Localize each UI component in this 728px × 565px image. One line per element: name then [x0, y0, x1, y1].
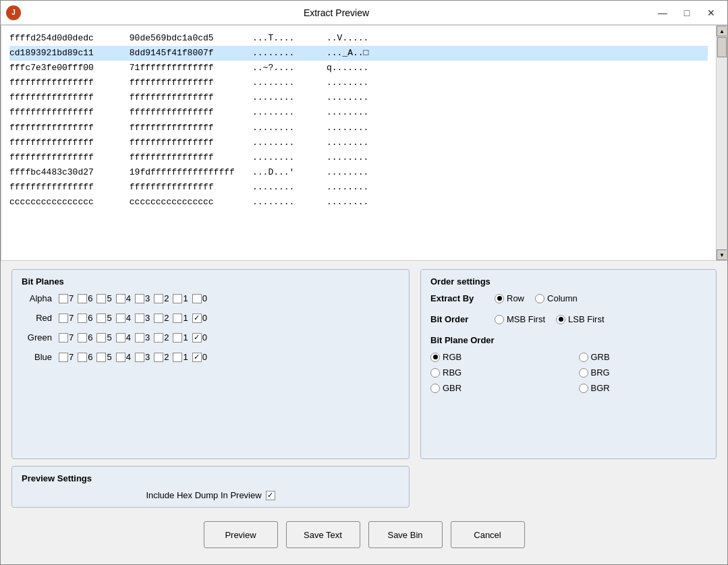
bpo-grb-option[interactable]: GRB [579, 352, 707, 362]
bit-checkbox[interactable] [116, 294, 125, 303]
bit-checkbox[interactable] [135, 294, 144, 303]
include-hex-dump-item[interactable]: Include Hex Dump In Preview [146, 490, 275, 500]
bpo-rgb-label: RGB [443, 352, 461, 362]
bpo-rbg-option[interactable]: RBG [430, 367, 559, 378]
bit-checkbox[interactable] [154, 333, 163, 343]
bpo-gbr-radio[interactable] [430, 384, 440, 393]
bit-checkbox[interactable] [135, 314, 144, 323]
include-hex-dump-checkbox[interactable] [266, 491, 275, 500]
msb-first-option[interactable]: MSB First [495, 314, 545, 324]
bit-checkbox[interactable] [116, 314, 125, 323]
bit-checkbox[interactable] [154, 314, 163, 323]
bit-checkbox[interactable] [192, 353, 202, 362]
title-bar: J Extract Preview — □ ✕ [1, 1, 727, 25]
bit-checkbox[interactable] [78, 294, 87, 303]
bit-checkbox[interactable] [135, 353, 144, 362]
bit-checkbox[interactable] [192, 314, 202, 323]
bit-number: 1 [183, 352, 188, 362]
extract-by-row-radio[interactable] [495, 294, 504, 303]
bpo-grb-radio[interactable] [579, 353, 588, 362]
preview-settings-title: Preview Settings [22, 473, 399, 483]
bit-checkbox[interactable] [173, 333, 182, 343]
scrollbar[interactable]: ▲ ▼ [716, 26, 727, 260]
bit-checkbox[interactable] [135, 333, 144, 343]
bit-checkbox[interactable] [96, 314, 106, 323]
bit-item: 2 [154, 313, 169, 323]
bit-number: 6 [88, 293, 92, 303]
bpo-rgb-radio[interactable] [430, 353, 440, 362]
extract-by-row-label: Row [507, 293, 524, 303]
bit-number: 0 [202, 352, 207, 362]
maximize-button[interactable]: □ [676, 4, 698, 22]
bit-number: 6 [88, 332, 92, 343]
bit-checkbox[interactable] [59, 353, 68, 362]
scrollbar-track[interactable] [717, 36, 727, 249]
bpo-bgr-label: BGR [591, 383, 610, 393]
bit-planes-panel: Bit Planes Alpha76543210Red76543210Green… [11, 269, 410, 459]
bit-number: 7 [69, 332, 74, 343]
bit-number: 2 [164, 352, 169, 362]
bit-item: 4 [116, 332, 131, 343]
bit-checkbox[interactable] [59, 314, 68, 323]
bit-checkbox[interactable] [96, 353, 106, 362]
bit-checkbox[interactable] [78, 314, 87, 323]
bit-checkbox[interactable] [154, 353, 163, 362]
order-settings-title: Order settings [430, 276, 706, 287]
bpo-brg-radio[interactable] [579, 368, 588, 378]
hex-content[interactable]: ffffd254d0d0dedc 90de569bdc1a0cd5...T...… [1, 26, 716, 260]
bpo-bgr-radio[interactable] [579, 384, 588, 393]
hex-line: cccccccccccccccc cccccccccccccccc.......… [9, 195, 708, 210]
extract-by-radio-group: Row Column [495, 293, 578, 303]
scroll-up-button[interactable]: ▲ [717, 26, 727, 36]
extract-by-column-option[interactable]: Column [535, 293, 578, 303]
bpo-gbr-option[interactable]: GBR [430, 383, 559, 393]
extract-by-row: Extract By Row Column [430, 293, 706, 303]
bit-checkbox[interactable] [59, 294, 68, 303]
bit-item: 2 [154, 332, 169, 343]
extract-by-column-radio[interactable] [535, 294, 544, 303]
bit-number: 2 [164, 332, 169, 343]
bit-checkbox[interactable] [173, 294, 182, 303]
hex-line: ffffffffffffffff ffffffffffffffff.......… [9, 76, 708, 90]
bit-item: 0 [192, 332, 207, 343]
bit-checkbox[interactable] [192, 333, 202, 343]
bit-checkbox[interactable] [59, 333, 68, 343]
bit-number: 7 [69, 352, 74, 362]
bpo-rbg-radio[interactable] [430, 368, 440, 378]
bit-checkbox[interactable] [173, 314, 182, 323]
scroll-down-button[interactable]: ▼ [717, 249, 727, 260]
close-button[interactable]: ✕ [700, 4, 722, 22]
bit-checkbox[interactable] [96, 294, 106, 303]
extract-by-row-option[interactable]: Row [495, 293, 524, 303]
bpo-brg-option[interactable]: BRG [579, 367, 707, 378]
bpo-rgb-option[interactable]: RGB [430, 352, 559, 362]
bit-plane-grid: RGB GRB RBG BRG [430, 352, 706, 393]
cancel-button[interactable]: Cancel [451, 521, 525, 548]
bit-checkbox[interactable] [96, 333, 106, 343]
bit-checkbox[interactable] [78, 333, 87, 343]
bit-row: Blue76543210 [22, 352, 399, 362]
minimize-button[interactable]: — [652, 4, 673, 22]
extract-by-column-label: Column [547, 293, 578, 303]
preview-button[interactable]: Preview [204, 521, 278, 548]
bit-checkbox[interactable] [116, 353, 125, 362]
controls-area: Bit Planes Alpha76543210Red76543210Green… [1, 261, 727, 564]
bit-number: 3 [145, 332, 150, 343]
save-bin-button[interactable]: Save Bin [368, 521, 443, 548]
bit-checkbox[interactable] [154, 294, 163, 303]
bit-checkbox[interactable] [78, 353, 87, 362]
app-icon: J [6, 5, 21, 20]
bit-checkbox[interactable] [116, 333, 125, 343]
bpo-bgr-option[interactable]: BGR [579, 383, 707, 393]
lsb-first-radio[interactable] [556, 315, 565, 324]
bit-checkbox[interactable] [192, 294, 202, 303]
bit-checkbox[interactable] [173, 353, 182, 362]
bit-number: 2 [164, 313, 169, 323]
bit-item: 5 [96, 332, 111, 343]
save-text-button[interactable]: Save Text [286, 521, 360, 548]
bit-checkboxes: 76543210 [59, 313, 210, 323]
lsb-first-option[interactable]: LSB First [556, 314, 604, 324]
scrollbar-thumb[interactable] [717, 37, 727, 57]
preview-settings-content: Include Hex Dump In Preview [22, 490, 399, 500]
msb-first-radio[interactable] [495, 315, 504, 324]
